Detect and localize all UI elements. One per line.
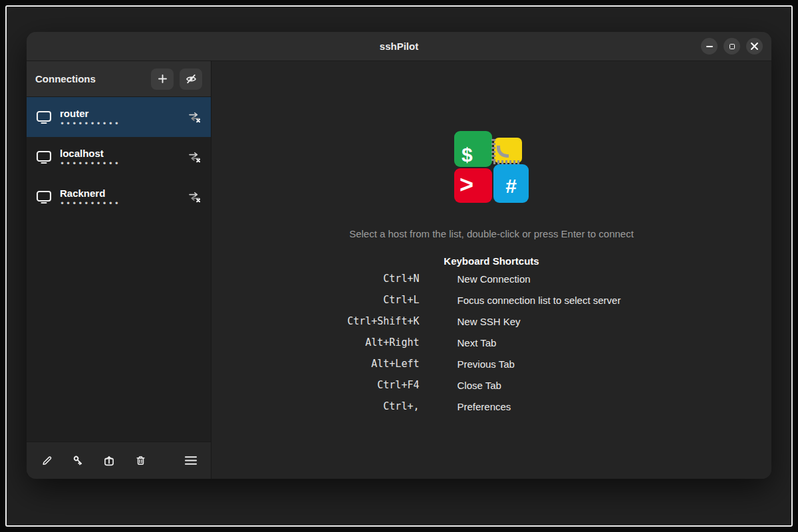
- shortcut-keys: Ctrl+N: [305, 273, 420, 285]
- main-panel: $ > # Select a host from the list, doubl…: [211, 61, 771, 479]
- shortcut-row: Ctrl+, Preferences: [305, 396, 678, 417]
- maximize-button[interactable]: [724, 38, 740, 55]
- hint-text: Select a host from the list, double-clic…: [349, 228, 634, 239]
- connection-name: localhost: [60, 148, 120, 159]
- shortcut-keys: Ctrl+Shift+K: [305, 315, 420, 327]
- connection-text: localhost ••••••••••: [60, 148, 120, 167]
- disconnected-icon: [188, 152, 201, 163]
- app-logo: $ > #: [454, 131, 529, 203]
- connection-row-racknerd[interactable]: Racknerd ••••••••••: [27, 177, 211, 217]
- maximize-icon: [730, 44, 735, 49]
- shortcut-row: Alt+Right Next Tab: [305, 332, 678, 353]
- shortcut-action: New Connection: [458, 273, 678, 285]
- minimize-icon: [706, 46, 713, 47]
- window-controls: [701, 32, 763, 61]
- shortcut-keys: Ctrl+,: [305, 400, 420, 412]
- connections-heading: Connections: [35, 73, 96, 84]
- ssh-key-button[interactable]: [69, 452, 86, 469]
- connection-text: Racknerd ••••••••••: [60, 188, 120, 207]
- shortcut-action: New SSH Key: [458, 316, 678, 327]
- logo-dollar-glyph: $: [462, 144, 473, 166]
- shortcut-row: Ctrl+L Focus connection list to select s…: [305, 289, 678, 311]
- sidebar: Connections: [27, 61, 211, 479]
- connection-password-dots: ••••••••••: [60, 121, 120, 127]
- connection-password-dots: ••••••••••: [60, 201, 120, 207]
- trash-icon: [135, 455, 146, 466]
- shortcut-keys: Ctrl+F4: [305, 379, 420, 391]
- close-button[interactable]: [746, 38, 763, 55]
- plus-icon: [157, 73, 168, 84]
- sidebar-header: Connections: [27, 61, 211, 97]
- window-title: sshPilot: [380, 41, 418, 52]
- shortcut-row: Ctrl+N New Connection: [305, 268, 678, 289]
- upload-server-icon: [103, 455, 115, 467]
- titlebar[interactable]: sshPilot: [27, 32, 771, 61]
- shortcut-action: Preferences: [458, 401, 678, 412]
- shortcut-keys: Ctrl+L: [305, 294, 420, 306]
- toggle-password-visibility-button[interactable]: [180, 68, 202, 90]
- shortcut-action: Focus connection list to select server: [458, 295, 678, 306]
- logo-green-tile: $: [454, 131, 492, 167]
- close-icon: [751, 43, 758, 50]
- app-window: sshPilot Connections: [27, 32, 771, 479]
- logo-red-tile: >: [454, 168, 492, 203]
- connection-name: router: [60, 108, 120, 119]
- connection-row-router[interactable]: router ••••••••••: [27, 97, 211, 137]
- minimize-button[interactable]: [701, 38, 718, 55]
- shortcut-action: Close Tab: [458, 380, 678, 391]
- monitor-icon: [36, 190, 52, 204]
- eye-off-icon: [186, 73, 197, 84]
- delete-connection-button[interactable]: [132, 452, 149, 469]
- add-connection-button[interactable]: [151, 68, 174, 90]
- monitor-icon: [36, 110, 52, 124]
- shortcut-row: Ctrl+F4 Close Tab: [305, 374, 678, 396]
- logo-gear-teeth-vertical: [491, 139, 495, 163]
- logo-prompt-glyph: >: [460, 171, 473, 199]
- shortcut-row: Alt+Left Previous Tab: [305, 353, 678, 374]
- shortcut-action: Previous Tab: [458, 358, 678, 370]
- main-menu-button[interactable]: [182, 452, 200, 469]
- connection-password-dots: ••••••••••: [60, 161, 120, 167]
- connection-row-localhost[interactable]: localhost ••••••••••: [27, 137, 211, 177]
- monitor-icon: [36, 150, 52, 164]
- pencil-icon: [41, 455, 53, 466]
- disconnected-icon: [188, 112, 201, 123]
- shortcuts-title: Keyboard Shortcuts: [444, 255, 539, 267]
- connection-name: Racknerd: [60, 188, 120, 199]
- connection-list[interactable]: router •••••••••• localhost ••••••••••: [27, 97, 211, 442]
- edit-connection-button[interactable]: [38, 452, 55, 469]
- connection-text: router ••••••••••: [60, 108, 120, 127]
- key-icon: [72, 455, 84, 466]
- desktop-background: sshPilot Connections: [0, 0, 798, 532]
- shortcut-keys: Alt+Left: [305, 358, 420, 370]
- shortcut-action: Next Tab: [458, 337, 678, 348]
- logo-hash-glyph: #: [505, 175, 517, 198]
- sidebar-toolbar: [27, 442, 211, 479]
- shortcuts-list: Ctrl+N New Connection Ctrl+L Focus conne…: [305, 268, 678, 417]
- menu-icon: [184, 456, 198, 466]
- shortcut-keys: Alt+Right: [305, 336, 420, 348]
- disconnected-icon: [188, 192, 201, 203]
- shortcut-row: Ctrl+Shift+K New SSH Key: [305, 311, 678, 332]
- logo-blue-tile: #: [493, 164, 529, 203]
- upload-to-server-button[interactable]: [100, 452, 118, 469]
